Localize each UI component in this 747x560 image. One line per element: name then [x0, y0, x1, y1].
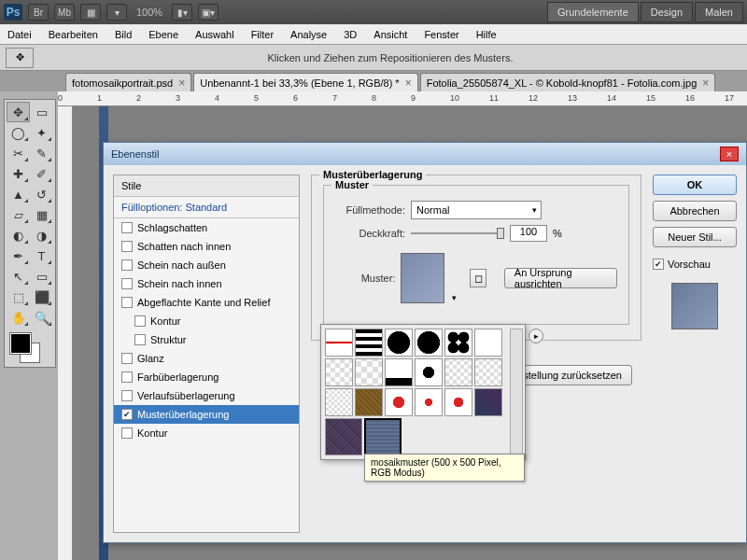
- wand-tool[interactable]: ✦: [30, 122, 53, 143]
- menu-auswahl[interactable]: Auswahl: [195, 29, 234, 40]
- color-swatches[interactable]: [7, 331, 53, 365]
- close-icon[interactable]: ×: [178, 77, 185, 90]
- opacity-input[interactable]: 100: [510, 225, 547, 242]
- checkbox-icon[interactable]: [121, 297, 133, 308]
- dodge-tool[interactable]: ◑: [30, 225, 53, 245]
- pattern-cell[interactable]: [415, 329, 443, 357]
- eraser-tool[interactable]: ▱: [7, 204, 30, 225]
- menu-bild[interactable]: Bild: [115, 29, 132, 40]
- move-tool[interactable]: ✥: [7, 102, 30, 122]
- style-item[interactable]: Schein nach innen: [114, 274, 299, 293]
- pattern-swatch[interactable]: [401, 253, 444, 303]
- topbar-icon[interactable]: ▾: [106, 4, 127, 21]
- doc-tab[interactable]: Unbenannt-1 bei 33,3% (Ebene 1, RGB/8) *…: [193, 73, 417, 91]
- menu-ansicht[interactable]: Ansicht: [374, 29, 407, 40]
- history-brush-tool[interactable]: ↺: [30, 184, 53, 204]
- doc-tab[interactable]: Fotolia_25505874_XL - © Kobold-knopf81 -…: [420, 73, 716, 91]
- path-tool[interactable]: ↖: [7, 266, 30, 287]
- newstyle-button[interactable]: Neuer Stil...: [653, 227, 737, 247]
- ruler-vertical[interactable]: [58, 106, 73, 560]
- ws-tab-design[interactable]: Design: [641, 2, 693, 22]
- bridge-button[interactable]: Br: [28, 4, 49, 21]
- checkbox-icon[interactable]: [134, 334, 146, 345]
- blur-tool[interactable]: ◐: [7, 225, 30, 245]
- doc-tab[interactable]: fotomosaikportrait.psd×: [65, 73, 191, 91]
- checkbox-icon[interactable]: [121, 278, 133, 289]
- current-tool-icon[interactable]: ✥: [6, 48, 34, 68]
- checkbox-icon[interactable]: [121, 353, 133, 364]
- ruler-horizontal[interactable]: 01234567891011121314151617: [58, 91, 747, 106]
- pattern-cell[interactable]: [385, 388, 413, 416]
- close-icon[interactable]: ×: [405, 77, 412, 90]
- pattern-cell[interactable]: [325, 358, 353, 386]
- checkbox-icon[interactable]: [121, 241, 133, 252]
- style-item[interactable]: ✔Musterüberlagerung: [114, 405, 299, 424]
- pattern-cell[interactable]: [474, 358, 502, 386]
- hand-tool[interactable]: ✋: [7, 307, 30, 328]
- lasso-tool[interactable]: ◯: [7, 122, 30, 143]
- fill-options-item[interactable]: Füllloptionen: Standard: [114, 197, 299, 218]
- opacity-slider[interactable]: [411, 226, 504, 241]
- menu-filter[interactable]: Filter: [251, 29, 274, 40]
- zoom-level[interactable]: 100%: [136, 7, 162, 18]
- zoom-tool[interactable]: 🔍: [30, 307, 53, 328]
- view-icon[interactable]: ▮▾: [172, 4, 192, 21]
- style-item[interactable]: Kontur: [114, 312, 299, 330]
- pattern-cell[interactable]: [355, 358, 383, 386]
- pattern-cell[interactable]: [355, 329, 383, 357]
- pattern-cell[interactable]: [444, 388, 472, 416]
- pattern-cell[interactable]: [325, 329, 353, 357]
- crop-tool[interactable]: ✂: [7, 143, 30, 163]
- menu-hilfe[interactable]: Hilfe: [476, 29, 497, 40]
- minibridge-button[interactable]: Mb: [54, 4, 75, 21]
- pattern-cell[interactable]: [474, 388, 502, 416]
- menu-datei[interactable]: Datei: [7, 29, 32, 40]
- style-item[interactable]: Schein nach außen: [114, 256, 299, 274]
- brush-tool[interactable]: ✐: [30, 163, 53, 184]
- screenmode-icon[interactable]: ▣▾: [198, 4, 218, 21]
- new-preset-icon[interactable]: ◻: [470, 269, 486, 287]
- snap-origin-button[interactable]: An Ursprung ausrichten: [504, 268, 617, 288]
- 3d-tool[interactable]: ⬚: [7, 287, 30, 307]
- close-icon[interactable]: ×: [702, 77, 709, 90]
- pattern-cell[interactable]: [415, 388, 443, 416]
- topbar-icon[interactable]: ▦: [80, 4, 101, 21]
- checkbox-icon[interactable]: [134, 315, 146, 327]
- style-item[interactable]: Kontur: [114, 424, 299, 442]
- menu-ebene[interactable]: Ebene: [148, 29, 178, 40]
- checkbox-icon[interactable]: [121, 371, 133, 383]
- pattern-cell[interactable]: [444, 358, 472, 386]
- shape-tool[interactable]: ▭: [30, 266, 53, 287]
- style-item[interactable]: Abgeflachte Kante und Relief: [114, 293, 299, 312]
- heal-tool[interactable]: ✚: [7, 163, 30, 184]
- ws-tab-grundelemente[interactable]: Grundelemente: [547, 2, 639, 22]
- pen-tool[interactable]: ✒: [7, 245, 30, 266]
- menu-3d[interactable]: 3D: [344, 29, 357, 40]
- cancel-button[interactable]: Abbrechen: [653, 201, 737, 221]
- style-item[interactable]: Struktur: [114, 330, 299, 349]
- checkbox-icon[interactable]: [121, 427, 133, 439]
- pattern-cell[interactable]: [385, 358, 413, 386]
- marquee-tool[interactable]: ▭: [30, 102, 53, 122]
- menu-bearbeiten[interactable]: Bearbeiten: [49, 29, 98, 40]
- pattern-cell-selected[interactable]: [364, 418, 402, 455]
- fg-color-swatch[interactable]: [10, 333, 31, 354]
- style-item[interactable]: Verlaufsüberlagerung: [114, 386, 299, 405]
- close-icon[interactable]: ×: [720, 147, 739, 161]
- ok-button[interactable]: OK: [653, 175, 737, 195]
- checkbox-icon[interactable]: [121, 259, 133, 271]
- dialog-titlebar[interactable]: Ebenenstil ×: [104, 143, 746, 165]
- picker-flyout-icon[interactable]: ▸: [529, 329, 543, 343]
- eyedropper-tool[interactable]: ✎: [30, 143, 53, 163]
- pattern-cell[interactable]: [385, 329, 413, 357]
- blendmode-select[interactable]: Normal: [411, 201, 542, 219]
- pattern-cell[interactable]: [355, 388, 383, 416]
- pattern-cell[interactable]: [415, 358, 443, 386]
- style-item[interactable]: Schlagschatten: [114, 218, 299, 237]
- type-tool[interactable]: T: [30, 245, 53, 266]
- ws-tab-malen[interactable]: Malen: [695, 2, 743, 22]
- style-item[interactable]: Farbüberlagerung: [114, 368, 299, 386]
- pattern-cell[interactable]: [444, 329, 472, 357]
- picker-scrollbar[interactable]: [510, 329, 523, 455]
- pattern-cell[interactable]: [474, 329, 502, 357]
